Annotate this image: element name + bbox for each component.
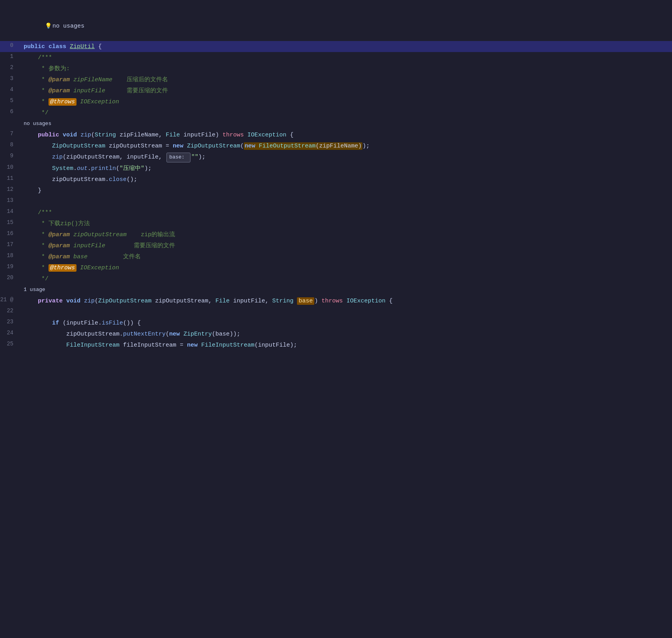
line-empty-top: [0, 0, 672, 11]
line-system-println: 10 System.out.println("压缩中");: [0, 163, 672, 174]
line-method-private-zip: 21 @ private void zip(ZipOutputStream zi…: [0, 295, 672, 306]
print-string: "压缩中": [119, 165, 144, 172]
line-zip-call: 9 zip(zipOutputStream, inputFile, base: …: [0, 151, 672, 163]
param2-name-1: zipOutputStream: [70, 231, 127, 238]
file-type: File: [166, 132, 180, 138]
ioexception-type-21: IOException: [346, 298, 385, 304]
throws-exception-2: IOException: [77, 265, 119, 271]
one-usage-label: 1 usage: [24, 287, 45, 293]
comment2-desc: * 下载zip()方法: [38, 220, 90, 227]
line-close-brace-method1: 12 }: [0, 185, 672, 196]
private-kw: private: [38, 298, 63, 304]
line-comment-params-label: 2 * 参数为:: [0, 63, 672, 74]
ioexception-type-7: IOException: [247, 132, 286, 138]
zip-os-type-21: ZipOutputStream: [98, 298, 151, 304]
line-one-usage: 1 usage: [0, 284, 672, 295]
line-zip-close: 11 zipOutputStream.close();: [0, 174, 672, 185]
comment-star-3: *: [38, 76, 49, 83]
comment-params-label: * 参数为:: [38, 65, 70, 72]
throws-tag-1: @throws: [49, 98, 77, 106]
param-tag2-1: @param: [49, 231, 70, 238]
throws-tag-2: @throws: [49, 264, 77, 272]
public-kw-7: public: [38, 132, 59, 138]
new-kw-fos: new: [245, 143, 255, 149]
throws-kw-7: throws: [222, 132, 244, 138]
no-usages-method-label: no usages: [24, 121, 51, 127]
if-kw: if: [52, 320, 59, 326]
line-comment2-param2: 17 * @param inputFile 需要压缩的文件: [0, 240, 672, 251]
line-put-next-entry: 24 zipOutputStream.putNextEntry(new ZipE…: [0, 328, 672, 340]
no-usages-label: no usages: [52, 23, 84, 30]
line-comment2-throws: 19 * @throws IOException: [0, 262, 672, 273]
param-name-1: zipFileName: [70, 76, 112, 83]
put-next-entry-method: putNextEntry: [123, 331, 166, 338]
isfile-method: isFile: [102, 320, 123, 326]
line-no-usages-header: 💡no usages: [0, 11, 672, 41]
param2-desc-1: zip的输出流: [127, 231, 175, 238]
new-kw-8: new: [173, 143, 183, 149]
file-type-21: File: [215, 298, 230, 304]
zip-output-stream-type: ZipOutputStream: [52, 143, 105, 149]
line-empty-13: 13: [0, 196, 672, 207]
void-kw-7: void: [63, 132, 77, 138]
bulb-icon: 💡: [45, 23, 52, 29]
method-zip-private: zip: [84, 298, 95, 304]
fos-type: FileOutputStream: [259, 143, 315, 149]
new-kw-25: new: [187, 342, 198, 349]
line-empty-22: 22: [0, 306, 672, 317]
comment2-star-16: *: [38, 231, 49, 238]
zip-call-method: zip: [52, 154, 63, 160]
comment2-star-17: *: [38, 243, 49, 249]
javadoc2-open: /***: [38, 209, 52, 216]
param-tag-2: @param: [49, 88, 70, 94]
class-keyword: class: [49, 43, 66, 50]
param2-desc-2: 需要压缩的文件: [105, 243, 175, 249]
fis-type: FileInputStream: [66, 342, 119, 349]
param-name-2: inputFile: [70, 88, 105, 94]
comment2-star-18: *: [38, 254, 49, 260]
param-tag2-2: @param: [49, 243, 70, 249]
class-name-ziputil: ZipUtil: [70, 43, 95, 50]
line-zip-output-decl: 8 ZipOutputStream zipOutputStream = new …: [0, 140, 672, 151]
system-class: System: [52, 165, 73, 172]
new-kw-24: new: [169, 331, 180, 338]
fis-ctor-type: FileInputStream: [201, 342, 254, 349]
println-method: println: [91, 165, 116, 172]
out-field: out: [77, 165, 88, 172]
line-comment2-start: 14 /***: [0, 207, 672, 218]
line-method-public-zip: 7 public void zip(String zipFileName, Fi…: [0, 129, 672, 140]
empty-string: "": [191, 154, 198, 160]
string-type-21: String: [272, 298, 293, 304]
param2-name-3: base: [70, 254, 88, 260]
comment2-close: */: [38, 276, 49, 282]
method-zip-public: zip: [80, 132, 91, 138]
throws-exception-1: IOException: [77, 99, 119, 105]
line-file-input-stream: 25 FileInputStream fileInputStream = new…: [0, 340, 672, 351]
close-method: close: [109, 176, 127, 183]
line-comment-param2: 4 * @param inputFile 需要压缩的文件: [0, 85, 672, 96]
javadoc-open: /***: [38, 54, 52, 61]
line-class-decl: 0 public class ZipUtil {: [0, 41, 672, 52]
line-if-statement: 23 if (inputFile.isFile()) {: [0, 317, 672, 328]
line-comment2-param3: 18 * @param base 文件名: [0, 251, 672, 262]
void-kw-21: void: [66, 298, 80, 304]
param-desc-2: 需要压缩的文件: [105, 88, 168, 94]
param2-desc-3: 文件名: [88, 254, 141, 260]
comment-star-4: *: [38, 88, 49, 94]
param-tag2-3: @param: [49, 254, 70, 260]
zip-entry-type: ZipEntry: [183, 331, 212, 338]
param2-name-2: inputFile: [70, 243, 105, 249]
line-comment2-param1: 16 * @param zipOutputStream zip的输出流: [0, 229, 672, 240]
string-type: String: [95, 132, 116, 138]
line-comment-start: 1 /***: [0, 52, 672, 63]
comment-close: */: [38, 110, 49, 116]
code-editor: 💡no usages 0 public class ZipUtil { 1 /*…: [0, 0, 672, 638]
param-tag-1: @param: [49, 76, 70, 83]
line-comment2-line1: 15 * 下载zip()方法: [0, 218, 672, 229]
throws-kw-21: throws: [321, 298, 343, 304]
line-comment-throws: 5 * @throws IOException: [0, 96, 672, 107]
line-comment2-end: 20 */: [0, 273, 672, 284]
line-comment-param1: 3 * @param zipFileName 压缩后的文件名: [0, 74, 672, 85]
param-desc-1: 压缩后的文件名: [112, 76, 168, 83]
comment2-star-19: *: [38, 265, 49, 271]
